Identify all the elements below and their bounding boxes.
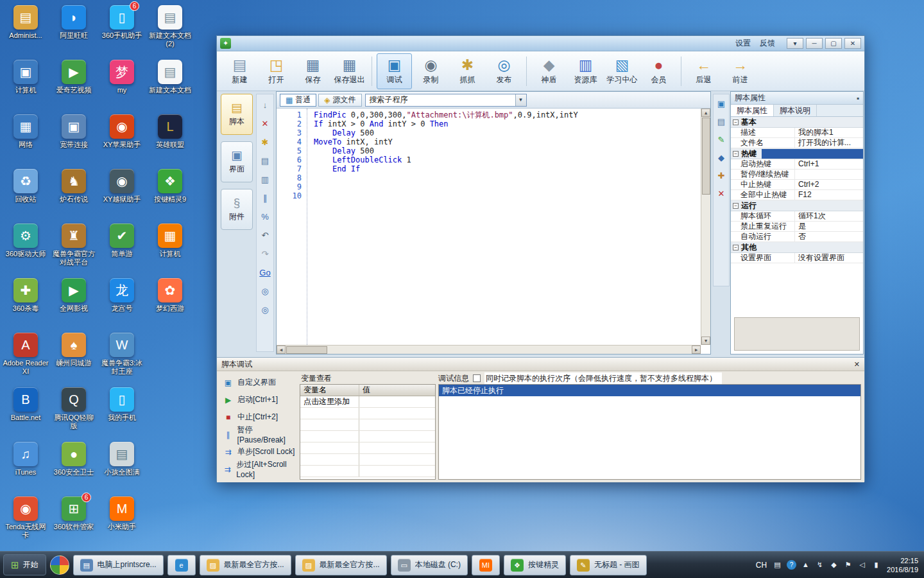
desktop-icon-360-safety-guard[interactable]: ●360安全卫士 xyxy=(51,442,97,477)
desktop-icon-new-text-doc[interactable]: ▤新建文本文档 xyxy=(147,60,193,94)
desktop-icon-360-antivirus[interactable]: ✚360杀毒 xyxy=(3,278,49,313)
property-row[interactable]: 脚本循环循环1次 xyxy=(731,211,863,222)
dropdown-arrow-icon[interactable]: ▼ xyxy=(515,94,526,106)
desktop-icon-my-app[interactable]: 梦my xyxy=(99,60,145,94)
debug-button[interactable]: ▣调试 xyxy=(377,53,412,89)
properties-tab[interactable]: 脚本属性 xyxy=(731,105,774,116)
save-button[interactable]: ▦保存 xyxy=(295,53,330,89)
language-indicator[interactable]: CH xyxy=(756,561,767,570)
record-button[interactable]: ◉录制 xyxy=(413,53,449,89)
code-line[interactable]: If intX > 0 And intY > 0 Then xyxy=(314,119,700,128)
property-section-row[interactable]: −运行 xyxy=(731,200,863,211)
flag-icon[interactable]: ⚑ xyxy=(843,560,853,570)
step-into-button[interactable]: ⇉单步[Scroll Lock] xyxy=(218,443,299,460)
desktop-icon-anjian-jingling-9[interactable]: ❖按键精灵9 xyxy=(147,169,193,204)
settings-link[interactable]: 设置 xyxy=(735,38,751,49)
desktop-icon-quanwang-video[interactable]: ▶全网影视 xyxy=(51,278,97,313)
properties-tab[interactable]: 脚本说明 xyxy=(774,105,817,116)
desktop-icon-menghuan-xiyou[interactable]: ✿梦幻西游 xyxy=(147,278,193,313)
custom-ui-button[interactable]: ▣自定义界面 xyxy=(218,374,299,391)
property-row[interactable]: 全部中止热键F12 xyxy=(731,190,863,200)
xiaomi-button[interactable]: MI xyxy=(472,555,500,575)
step-over-button[interactable]: ⇉步过[Alt+Scroll Lock] xyxy=(218,460,299,478)
horizontal-scrollbar-thumb[interactable] xyxy=(286,346,327,354)
desktop-icon-jiandanyou[interactable]: ✔简单游 xyxy=(99,223,145,258)
desktop-icon-aliwangwang[interactable]: ◗阿里旺旺 xyxy=(51,5,97,40)
back-button[interactable]: ←后退 xyxy=(686,53,721,89)
horizontal-scrollbar[interactable]: ◀ ▶ xyxy=(277,345,701,354)
close-debug-icon[interactable]: ✕ xyxy=(854,360,860,369)
variable-add-row[interactable]: 点击这里添加 xyxy=(300,396,435,408)
goto-icon[interactable]: Go xyxy=(259,267,271,279)
feedback-link[interactable]: 反馈 xyxy=(760,38,775,49)
browser-orb-icon[interactable] xyxy=(50,556,69,575)
drag-hand-icon[interactable]: ✱ xyxy=(259,137,271,148)
subroutine-search-combo[interactable]: 搜索子程序 ▼ xyxy=(365,94,527,107)
network-icon[interactable]: ▮ xyxy=(871,560,881,570)
code-line[interactable] xyxy=(314,191,700,200)
property-section-row[interactable]: −其他 xyxy=(731,242,863,253)
property-row[interactable]: 自动运行否 xyxy=(731,232,863,242)
scroll-right-icon[interactable]: ▶ xyxy=(692,346,701,354)
plugins-icon[interactable]: ◆ xyxy=(715,152,727,164)
desktop-icon-360-phone-assistant[interactable]: ▯6360手机助手 xyxy=(99,5,145,40)
folder-official-2-task[interactable]: ▨最新最全官方按... xyxy=(295,555,387,575)
undo-icon[interactable]: ↶ xyxy=(259,230,271,241)
titlebar[interactable]: ✦ 设置反馈 ▾─▢✕ xyxy=(217,36,864,51)
folder-official-1-task[interactable]: ▨最新最全官方按... xyxy=(200,555,291,575)
learning-center-button[interactable]: ▧学习中心 xyxy=(604,53,640,89)
maximize-button[interactable]: ▢ xyxy=(825,38,842,49)
clipboard-icon[interactable]: ▤ xyxy=(715,116,727,128)
variable-row[interactable] xyxy=(300,442,435,454)
scroll-up-icon[interactable]: ▲ xyxy=(701,109,710,117)
code-line[interactable]: FindPic 0,0,300,300,"Attachment:\计算机.bmp… xyxy=(314,110,700,119)
desktop-icon-warcraft3-frozen-throne[interactable]: W魔兽争霸3:冰封王座 xyxy=(99,333,145,376)
property-row[interactable]: 启动热键Ctrl+1 xyxy=(731,159,863,170)
editor-tab-source[interactable]: ◈源文件 xyxy=(318,94,361,107)
volume-icon[interactable]: ◁ xyxy=(857,560,867,570)
vertical-scrollbar-thumb[interactable] xyxy=(702,118,710,195)
desktop-icon-league-of-legends[interactable]: L英雄联盟 xyxy=(147,114,193,149)
new-button[interactable]: ▤新建 xyxy=(222,53,257,89)
record-order-checkbox[interactable] xyxy=(473,374,481,382)
desktop-icon-xy-apple-assistant[interactable]: ◉XY苹果助手 xyxy=(99,114,145,149)
code-line[interactable] xyxy=(314,182,700,191)
debug-message[interactable]: 脚本已经停止执行 xyxy=(439,385,860,396)
desktop-icon-xiaohai-doc[interactable]: ▤小孩全图满 xyxy=(99,442,145,477)
property-row[interactable]: 禁止重复运行是 xyxy=(731,222,863,232)
delete-line-icon[interactable]: ✕ xyxy=(259,118,271,130)
close-button[interactable]: ✕ xyxy=(844,38,861,49)
desktop-icon-360-driver-master[interactable]: ⚙360驱动大师 xyxy=(3,223,49,258)
find-next-icon[interactable]: ◎ xyxy=(259,304,271,316)
skin-menu-button[interactable]: ▾ xyxy=(787,38,803,49)
side-tab-attachment[interactable]: §附件 xyxy=(221,189,253,230)
desktop-icon-qq-light[interactable]: Q腾讯QQ轻聊版 xyxy=(51,387,97,430)
shield-icon[interactable]: ◆ xyxy=(829,560,839,570)
code-line[interactable]: End If xyxy=(314,164,700,173)
property-row[interactable]: 描述我的脚本1 xyxy=(731,128,863,138)
scroll-down-icon[interactable]: ▼ xyxy=(701,337,710,345)
comment-icon[interactable]: ∥ xyxy=(259,193,271,204)
publish-button[interactable]: ◎发布 xyxy=(486,53,522,89)
help-icon[interactable]: ? xyxy=(787,560,796,570)
palette-icon[interactable]: ✎ xyxy=(715,134,727,146)
paste-icon[interactable]: ▤ xyxy=(259,155,271,167)
code-line[interactable]: Delay 500 xyxy=(314,128,700,137)
desktop-icon-my-phone[interactable]: ▯我的手机 xyxy=(99,387,145,422)
start-button[interactable]: ▶启动[Ctrl+1] xyxy=(218,391,299,408)
desktop-icon-360-software-manager[interactable]: ⊞6360软件管家 xyxy=(51,496,97,531)
property-section-row[interactable]: −基本 xyxy=(731,117,863,128)
printer-icon[interactable]: ▤ xyxy=(773,560,782,570)
desktop-icon-network[interactable]: ▦网络 xyxy=(3,114,49,149)
collapse-icon[interactable]: − xyxy=(733,245,739,250)
side-tab-interface[interactable]: ▣界面 xyxy=(221,141,253,182)
pause-button[interactable]: ∥暂停[Pause/Break] xyxy=(218,426,299,443)
desktop-icon-adobe-reader-xi[interactable]: AAdobe Reader XI xyxy=(3,333,49,376)
desktop-icon-jisuanji-app[interactable]: ▦计算机 xyxy=(147,223,193,258)
property-row[interactable]: 文件名打开我的计算... xyxy=(731,138,863,148)
usb-icon[interactable]: ↯ xyxy=(815,560,825,570)
member-button[interactable]: ●会员 xyxy=(641,53,676,89)
shield-button[interactable]: ◆神盾 xyxy=(531,53,567,89)
redo-icon[interactable]: ↷ xyxy=(259,249,271,260)
desktop-icon-hearthstone[interactable]: ♞炉石传说 xyxy=(51,169,97,204)
